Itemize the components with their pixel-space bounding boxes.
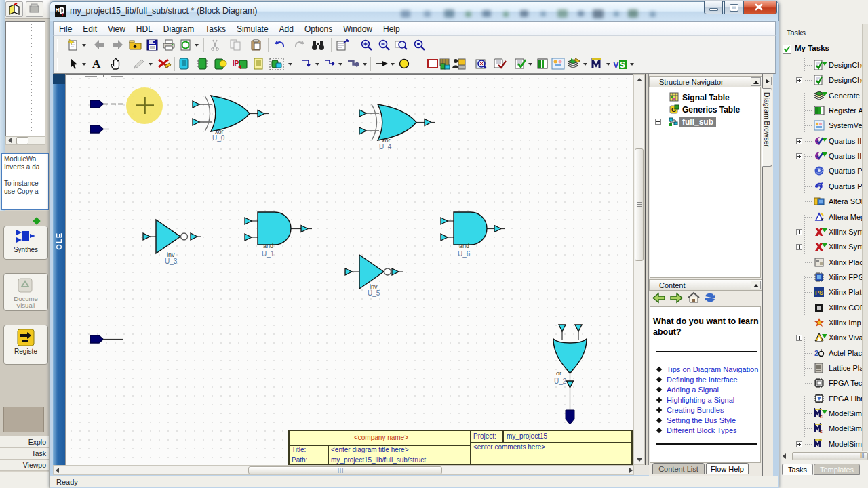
svg-text:IP: IP: [233, 60, 239, 67]
svg-text:U_2: U_2: [554, 378, 567, 385]
svg-text:2: 2: [814, 349, 818, 357]
svg-text:U_4: U_4: [379, 143, 392, 150]
svg-text:V: V: [613, 60, 619, 70]
svg-text:and: and: [459, 243, 469, 249]
svg-text:H: H: [56, 7, 60, 14]
svg-text:c: c: [820, 414, 823, 419]
svg-text:U_1: U_1: [262, 250, 275, 258]
svg-text:U_0: U_0: [212, 134, 225, 142]
svg-text:U_5: U_5: [368, 289, 380, 297]
svg-text:PS: PS: [815, 289, 823, 296]
svg-text:or: or: [556, 370, 561, 377]
svg-text:s: s: [820, 429, 823, 434]
svg-text:U_6: U_6: [458, 250, 471, 258]
svg-text:and: and: [263, 243, 273, 249]
svg-text:U_3: U_3: [165, 258, 178, 265]
svg-text:L: L: [62, 12, 65, 17]
svg-text:S: S: [620, 60, 625, 70]
